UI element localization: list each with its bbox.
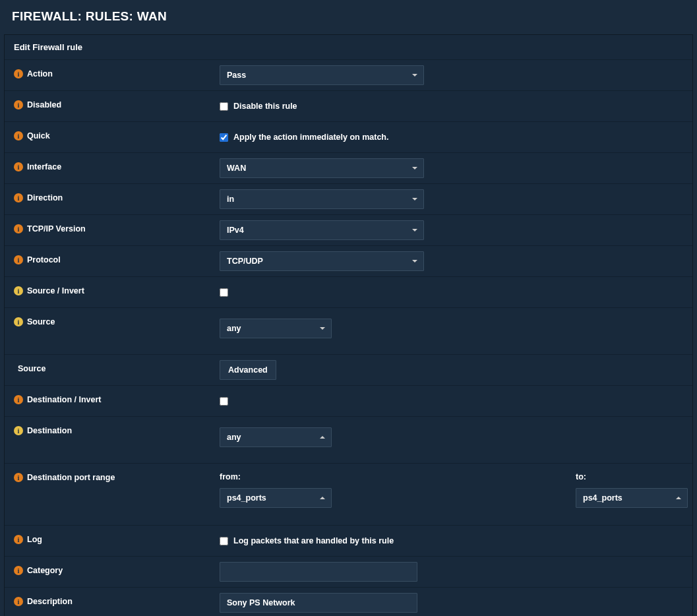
- edit-firewall-rule-panel: Edit Firewall rule i Action Pass i Disab…: [4, 34, 693, 616]
- info-icon[interactable]: i: [14, 535, 23, 544]
- log-checkbox[interactable]: [220, 537, 228, 545]
- protocol-select[interactable]: TCP/UDP: [220, 251, 424, 271]
- chevron-down-icon: [320, 327, 325, 330]
- label-disabled: i Disabled: [5, 91, 210, 119]
- label-destination-invert: i Destination / Invert: [5, 386, 210, 414]
- label-protocol: i Protocol: [5, 246, 210, 274]
- info-icon[interactable]: i: [14, 224, 23, 233]
- info-icon[interactable]: i: [14, 317, 23, 326]
- row-source-invert: i Source / Invert: [5, 277, 692, 308]
- disabled-checkbox[interactable]: [220, 102, 228, 111]
- interface-select[interactable]: WAN: [220, 158, 424, 178]
- label-quick-text: Quick: [27, 131, 50, 140]
- row-protocol: i Protocol TCP/UDP: [5, 246, 692, 277]
- quick-checkbox[interactable]: [220, 133, 228, 142]
- info-icon[interactable]: i: [14, 286, 23, 295]
- port-to-select-value: ps4_ports: [583, 493, 622, 503]
- label-disabled-text: Disabled: [27, 100, 61, 109]
- direction-select-value: in: [227, 195, 234, 204]
- info-icon[interactable]: i: [14, 597, 23, 606]
- label-destination: i Destination: [5, 417, 210, 445]
- destination-invert-checkbox[interactable]: [220, 397, 228, 406]
- chevron-down-icon: [412, 167, 417, 169]
- row-log: i Log Log packets that are handled by th…: [5, 526, 692, 557]
- row-source-advanced: Source Advanced: [5, 355, 692, 386]
- category-input[interactable]: [220, 562, 417, 582]
- advanced-button[interactable]: Advanced: [220, 360, 276, 380]
- info-icon[interactable]: i: [14, 255, 23, 264]
- label-direction: i Direction: [5, 184, 210, 212]
- label-action-text: Action: [27, 69, 53, 78]
- label-destination-port-range-text: Destination port range: [27, 473, 115, 482]
- label-log-text: Log: [27, 535, 42, 544]
- label-source-advanced: Source: [5, 355, 210, 383]
- label-tcpip: i TCP/IP Version: [5, 215, 210, 243]
- row-category: i Category: [5, 557, 692, 588]
- log-checkbox-label: Log packets that are handled by this rul…: [233, 536, 394, 545]
- interface-select-value: WAN: [227, 164, 246, 173]
- label-description-text: Description: [27, 597, 73, 606]
- source-select-value: any: [227, 324, 241, 333]
- quick-checkbox-label: Apply the action immediately on match.: [233, 133, 388, 142]
- row-interface: i Interface WAN: [5, 153, 692, 184]
- chevron-up-icon: [320, 436, 325, 439]
- label-source-invert: i Source / Invert: [5, 277, 210, 305]
- tcpip-select-value: IPv4: [227, 226, 244, 235]
- label-source-invert-text: Source / Invert: [27, 286, 84, 295]
- destination-select-value: any: [227, 433, 241, 442]
- action-select[interactable]: Pass: [220, 65, 424, 85]
- info-icon[interactable]: i: [14, 566, 23, 575]
- page-title: FIREWALL: RULES: WAN: [0, 0, 697, 30]
- chevron-down-icon: [412, 229, 417, 231]
- label-direction-text: Direction: [27, 193, 63, 202]
- info-icon[interactable]: i: [14, 69, 23, 78]
- info-icon[interactable]: i: [14, 395, 23, 404]
- label-category: i Category: [5, 557, 210, 584]
- port-from-select-value: ps4_ports: [227, 493, 266, 503]
- source-invert-checkbox[interactable]: [220, 288, 228, 297]
- action-select-value: Pass: [227, 71, 246, 80]
- row-destination: i Destination any: [5, 417, 692, 464]
- label-source-advanced-text: Source: [18, 364, 45, 373]
- source-select[interactable]: any: [220, 319, 332, 338]
- label-log: i Log: [5, 526, 210, 553]
- label-interface-text: Interface: [27, 162, 61, 171]
- chevron-down-icon: [412, 260, 417, 262]
- label-tcpip-text: TCP/IP Version: [27, 224, 86, 233]
- description-input[interactable]: [220, 593, 417, 613]
- direction-select[interactable]: in: [220, 189, 424, 209]
- row-destination-invert: i Destination / Invert: [5, 386, 692, 417]
- info-icon[interactable]: i: [14, 426, 23, 435]
- info-icon[interactable]: i: [14, 162, 23, 171]
- chevron-up-icon: [676, 497, 681, 499]
- label-category-text: Category: [27, 566, 63, 575]
- info-icon[interactable]: i: [14, 473, 23, 482]
- disabled-checkbox-label: Disable this rule: [233, 102, 297, 111]
- row-direction: i Direction in: [5, 184, 692, 215]
- row-destination-port-range: i Destination port range from: ps4_ports: [5, 464, 692, 526]
- row-source: i Source any: [5, 308, 692, 355]
- row-tcpip: i TCP/IP Version IPv4: [5, 215, 692, 246]
- info-icon[interactable]: i: [14, 193, 23, 202]
- advanced-button-label: Advanced: [228, 365, 268, 375]
- port-from-label: from:: [220, 472, 332, 484]
- port-from-select[interactable]: ps4_ports: [220, 488, 332, 508]
- label-quick: i Quick: [5, 122, 210, 150]
- label-description: i Description: [5, 588, 210, 615]
- info-icon[interactable]: i: [14, 131, 23, 140]
- panel-title: Edit Firewall rule: [5, 35, 692, 60]
- label-destination-invert-text: Destination / Invert: [27, 395, 102, 404]
- tcpip-select[interactable]: IPv4: [220, 220, 424, 240]
- protocol-select-value: TCP/UDP: [227, 257, 263, 266]
- label-protocol-text: Protocol: [27, 255, 61, 264]
- label-action: i Action: [5, 60, 210, 88]
- chevron-down-icon: [412, 74, 417, 77]
- row-quick: i Quick Apply the action immediately on …: [5, 122, 692, 153]
- label-source-text: Source: [27, 317, 55, 326]
- info-icon[interactable]: i: [14, 100, 23, 109]
- label-source: i Source: [5, 308, 210, 336]
- port-to-select[interactable]: ps4_ports: [576, 488, 688, 508]
- row-description: i Description: [5, 588, 692, 616]
- destination-select[interactable]: any: [220, 427, 332, 447]
- label-destination-text: Destination: [27, 426, 72, 435]
